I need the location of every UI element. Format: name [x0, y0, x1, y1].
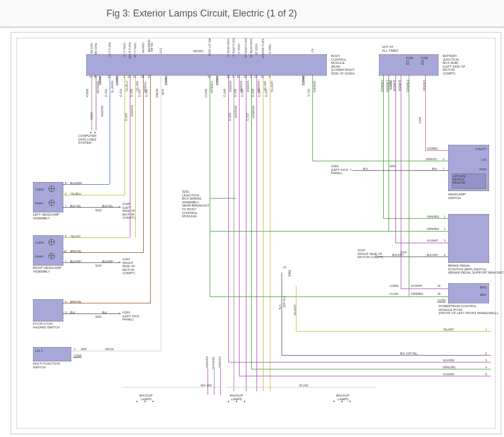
net-4: CLS07 [125, 113, 128, 121]
net-9: CCA29 [205, 89, 208, 97]
col-11: GRY/ORG [235, 105, 237, 118]
net-3: CLS13 [120, 89, 122, 97]
net-18: VLF25 [308, 89, 310, 97]
rh-g107: G107 (RIGHT SIDE OF MOTOR COMPT) [122, 258, 135, 275]
bpp-title: BRAKE PEDAL POSITION (BPP) SWITCH (BRAKE… [448, 264, 504, 275]
pcm-p24: 24 [437, 285, 441, 287]
ground-icon: ⏚ [118, 204, 120, 208]
wire [239, 75, 240, 376]
net-14: CLS27 [246, 113, 249, 121]
hls-title: HEADLAMP SWITCH [448, 193, 466, 200]
bp18: 4 [269, 76, 270, 78]
wire [409, 75, 410, 297]
col-2: BLU/GRN [111, 81, 114, 93]
wire [263, 75, 264, 391]
bcm-pin-rtrearpark: RT REAR PARK [250, 38, 253, 57]
wire [62, 195, 125, 196]
bp13: 13 [237, 76, 240, 78]
s251-label: S251 (JUNCTION BOX WIRING ASSEMBLY, NEAR… [182, 190, 209, 218]
wire [312, 161, 448, 162]
pcm-module: BPS BPP [448, 283, 489, 303]
wire [125, 75, 126, 195]
bp16: 21 [254, 76, 258, 78]
wire [379, 257, 448, 258]
wire [62, 237, 130, 238]
pcm-p29: 29 [437, 293, 441, 295]
col-14: GRN/ORG [252, 105, 255, 118]
bjb-fuse1: FUSE 21 5A [406, 57, 413, 66]
net-10: CLS43 [224, 89, 226, 97]
wire [150, 75, 151, 303]
bcm-pin-stopletsw: STOP LET SW [209, 38, 211, 56]
net-2: CLS21 [105, 89, 108, 97]
wire [239, 376, 491, 377]
conn-d: C2280D [116, 76, 119, 85]
bcm-pin-rtftpark: RT FT PARK [134, 43, 137, 58]
wire [425, 150, 448, 151]
bcm-pin-hazard: HAZARD [142, 43, 145, 54]
bp11: 18 [227, 76, 230, 78]
bp3: 1 [123, 76, 125, 78]
mfs-lin: LIN 1 [35, 349, 43, 353]
wire [389, 75, 390, 231]
pcm-bps: BPS [480, 286, 486, 290]
wire [210, 75, 211, 297]
bpp-w2: VIO/WHT [427, 240, 438, 242]
bvc1: GRY/ORG [212, 357, 215, 369]
wire [208, 368, 209, 395]
pcm-n0: CCB08 [390, 285, 398, 287]
bcm-pin-mscan+: MS CAN+ [95, 43, 97, 54]
bpp-p3: 3 [444, 240, 445, 242]
lh-g105: G105 (LEFT SIDE OF MOTOR COMPT) [122, 202, 135, 220]
cdls-label: COMPUTER DATA LINES SYSTEM [78, 134, 96, 145]
net-1b: VIO/ORG [101, 105, 104, 117]
lh-turn: TURN [35, 188, 44, 192]
rh-s104: S104 [95, 265, 102, 267]
col-18: GRN/VIO [313, 81, 316, 92]
wire [383, 218, 448, 219]
page-root: Fig 3: Exterior Lamps Circuit, Electric … [0, 0, 504, 437]
wire [395, 75, 396, 243]
bpp-p2: 2 [444, 228, 445, 230]
lh-s102: S102 [95, 209, 102, 212]
bvc2: VIO/GRN [219, 357, 221, 368]
bjb-desc: BATTERY JUNCTION BOX (BJB) (LEFT SIDE OF… [443, 54, 465, 76]
bp12: 5 [233, 76, 234, 78]
bp0: 41 [89, 76, 93, 78]
rh-turn: TURN [35, 241, 44, 245]
wire [270, 75, 271, 391]
wire [251, 75, 252, 369]
ground-icon: ⏚ [118, 260, 120, 263]
hls-vbatt: V BATT [475, 147, 486, 151]
ground-icon: ⏚ [350, 167, 352, 171]
wire [92, 75, 93, 130]
lamp-icon [48, 186, 55, 192]
dl-title: DOOR LOCK/ HAZARD SWITCH [33, 322, 60, 329]
wire [257, 75, 258, 391]
mfs-conn: C226A [73, 354, 81, 357]
col-9: GRN/RED [211, 81, 213, 93]
bp14: 19 [244, 76, 247, 78]
lamp-icon [48, 200, 55, 206]
lamp-icon [48, 253, 55, 259]
net-0: VDB06 [86, 89, 89, 97]
bcm-pin-rtrearturn: RT REAR TURN [245, 38, 247, 58]
ground-icon: ⏚ [375, 253, 377, 257]
bcm-pin-lin1: LIN 1 [160, 48, 162, 54]
bp6: 26 [141, 76, 144, 78]
bjb-conn: C1035C [390, 80, 392, 89]
wire [228, 362, 491, 363]
mfs-module: LIN 1 [33, 347, 71, 361]
net-16: CLS04 [258, 89, 261, 97]
hls-release: LIFTGATE/ DECKLID RELEASE [452, 174, 486, 188]
right-headlamp-module: TURN PARK [33, 235, 63, 266]
col-10: VIO/GRN [229, 81, 232, 92]
bcm-pin-license: LICENSE PLATE [262, 38, 265, 59]
wire [389, 231, 448, 232]
bcm-desc: BODY CONTROL MODULE (BCM) (LOWER RIGHT S… [331, 54, 354, 76]
dashed-sep-2 [227, 387, 376, 387]
wire [62, 314, 121, 315]
bcm-pin-mscan-: MS CAN- [90, 43, 93, 54]
wire [210, 296, 448, 298]
wire [401, 288, 448, 290]
